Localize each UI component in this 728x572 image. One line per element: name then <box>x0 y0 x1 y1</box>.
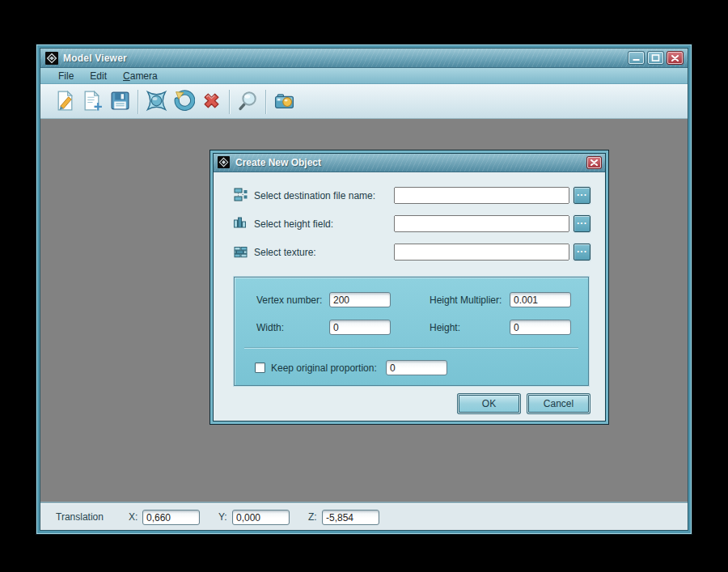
window-title: Model Viewer <box>63 53 127 64</box>
create-new-object-dialog: Create New Object Select destination fil… <box>213 153 606 422</box>
vertex-number-label: Vertex number: <box>256 294 322 306</box>
texture-browse-button[interactable]: ... <box>574 244 590 261</box>
height-field-icon <box>233 216 247 230</box>
zoom-icon <box>237 90 259 114</box>
toolbar <box>40 84 688 119</box>
maximize-button[interactable] <box>648 52 663 64</box>
destination-browse-button[interactable]: ... <box>574 187 590 204</box>
camera-capture-icon <box>273 90 295 114</box>
destination-file-icon <box>234 188 248 201</box>
texture-input[interactable] <box>394 244 569 261</box>
window-titlebar[interactable]: Model Viewer <box>40 49 688 68</box>
keep-proportion-label: Keep original proportion: <box>271 362 377 374</box>
translation-label: Translation <box>56 511 104 523</box>
width-input[interactable] <box>329 320 391 335</box>
x-input[interactable] <box>142 510 200 525</box>
z-label: Z: <box>308 511 317 523</box>
transform-icon <box>146 90 167 114</box>
height-field-input[interactable] <box>394 215 569 232</box>
rotate-button[interactable] <box>170 88 197 116</box>
x-label: X: <box>129 511 138 523</box>
height-input[interactable] <box>510 320 571 335</box>
save-icon <box>109 90 131 114</box>
y-input[interactable] <box>232 510 290 525</box>
toolbar-separator <box>229 90 230 114</box>
dialog-title: Create New Object <box>235 157 321 168</box>
destination-label: Select destination file name: <box>254 190 375 201</box>
zoom-button[interactable] <box>234 88 261 116</box>
statusbar: Translation X: Y: Z: <box>40 503 688 530</box>
height-label: Height: <box>430 322 460 333</box>
dialog-logo-icon <box>218 156 231 169</box>
height-field-browse-button[interactable]: ... <box>574 215 590 232</box>
dialog-titlebar[interactable]: Create New Object <box>214 154 605 172</box>
delete-button[interactable] <box>197 88 225 116</box>
height-field-label: Select height field: <box>254 218 333 230</box>
cancel-button[interactable]: Cancel <box>528 395 589 413</box>
texture-icon <box>234 245 248 259</box>
texture-label: Select texture: <box>254 247 316 258</box>
z-input[interactable] <box>322 510 379 525</box>
edit-document-button[interactable] <box>51 88 78 116</box>
panel-divider <box>244 348 578 349</box>
width-label: Width: <box>256 322 284 333</box>
new-document-button[interactable] <box>78 88 106 116</box>
close-button[interactable] <box>667 52 683 64</box>
keep-proportion-checkbox[interactable] <box>255 362 265 373</box>
toolbar-separator <box>265 90 266 114</box>
vertex-number-input[interactable] <box>329 292 391 307</box>
transform-button[interactable] <box>142 88 170 116</box>
toolbar-separator <box>138 90 138 114</box>
new-document-icon <box>82 90 104 114</box>
minimize-button[interactable] <box>629 52 644 64</box>
menubar: File Edit Camera <box>40 68 688 84</box>
destination-input[interactable] <box>394 187 569 204</box>
dialog-close-button[interactable] <box>587 157 601 168</box>
save-button[interactable] <box>106 88 133 116</box>
rotate-icon <box>173 90 195 114</box>
parameters-panel: Vertex number: Height Multiplier: Width:… <box>234 277 589 386</box>
height-multiplier-label: Height Multiplier: <box>430 294 502 306</box>
edit-document-icon <box>54 90 76 114</box>
ok-button[interactable]: OK <box>459 395 519 413</box>
height-multiplier-input[interactable] <box>510 292 571 307</box>
capture-button[interactable] <box>270 88 298 116</box>
menu-edit[interactable]: Edit <box>83 69 113 83</box>
delete-icon <box>201 90 222 114</box>
menu-file[interactable]: File <box>52 69 80 83</box>
app-logo-icon <box>45 52 58 65</box>
menu-camera[interactable]: Camera <box>116 69 164 83</box>
keep-proportion-input[interactable] <box>386 360 447 375</box>
y-label: Y: <box>218 511 227 523</box>
